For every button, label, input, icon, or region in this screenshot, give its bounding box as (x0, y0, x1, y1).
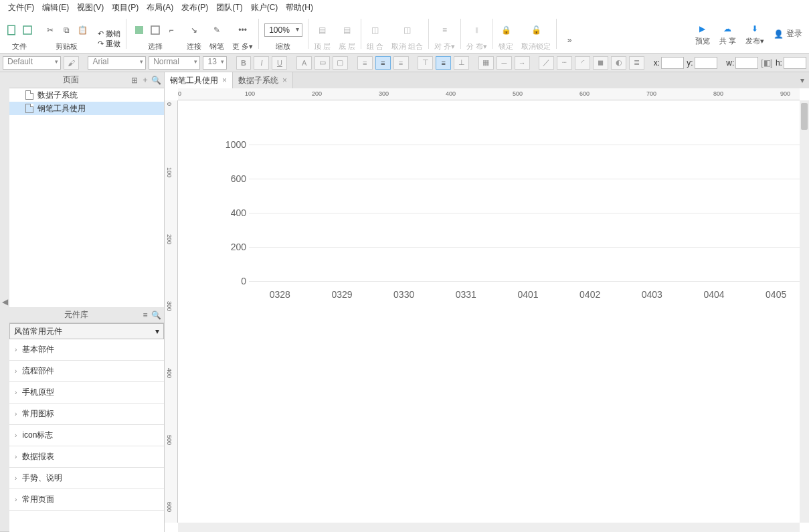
preview-icon[interactable]: ▶ (695, 21, 710, 36)
file-label: 文件 (12, 41, 27, 52)
y-input[interactable] (695, 57, 717, 69)
library-menu-icon[interactable]: ≡ (140, 310, 151, 321)
line-style-button[interactable]: ─ (497, 56, 512, 70)
library-category[interactable]: ›常用图标 (9, 404, 164, 425)
border-color-button[interactable]: ▢ (333, 56, 348, 70)
valign-bottom-button[interactable]: ⊥ (454, 56, 469, 70)
valign-top-button[interactable]: ⊤ (418, 56, 433, 70)
lock-icon[interactable]: 🔒 (499, 23, 513, 37)
font-size-select[interactable]: 13 (203, 56, 226, 70)
new-file-icon[interactable] (4, 23, 19, 37)
page-item[interactable]: 数据子系统 (9, 88, 164, 102)
w-input[interactable] (735, 57, 758, 69)
collapse-left-icon[interactable]: ◀ (0, 72, 9, 532)
distribute-label[interactable]: 分 布▾ (466, 41, 487, 52)
menu-edit[interactable]: 编辑(E) (38, 1, 73, 15)
select-rect-icon[interactable] (132, 23, 147, 37)
horizontal-scrollbar[interactable] (178, 523, 800, 532)
library-category[interactable]: ›手机原型 (9, 382, 164, 404)
save-icon[interactable] (20, 23, 35, 37)
cut-icon[interactable]: ✂ (43, 23, 58, 37)
menu-layout[interactable]: 布局(A) (143, 1, 177, 15)
library-category[interactable]: ›icon标志 (9, 425, 164, 446)
shadow-button[interactable]: ◼ (593, 56, 608, 70)
paste-icon[interactable]: 📋 (75, 23, 90, 37)
menu-file[interactable]: 文件(F) (4, 1, 38, 15)
line-pattern-button[interactable]: ┄ (557, 56, 572, 70)
align-icon[interactable]: ≡ (438, 23, 452, 37)
page-item[interactable]: 钢笔工具使用 (9, 102, 164, 115)
chart[interactable]: 10006004002000 0328032903300331040104020… (218, 145, 800, 305)
unlock-icon[interactable]: 🔓 (529, 23, 543, 37)
library-category[interactable]: ›数据报表 (9, 446, 164, 468)
zoom-select[interactable]: 100% (264, 23, 302, 37)
bring-front-icon[interactable]: ▤ (314, 23, 329, 37)
align-right-button[interactable]: ≡ (393, 56, 409, 70)
style-paint-icon[interactable]: 🖌 (64, 56, 79, 70)
h-input[interactable] (784, 57, 806, 69)
ungroup-icon[interactable]: ◫ (400, 23, 415, 37)
align-label[interactable]: 对 齐▾ (434, 41, 455, 52)
connect-icon[interactable]: ↘ (187, 23, 201, 37)
overflow-icon[interactable]: » (562, 33, 577, 48)
add-page-icon[interactable]: ＋ (140, 75, 151, 86)
tabs-dropdown-icon[interactable]: ▾ (796, 72, 809, 88)
select-contain-icon[interactable] (148, 23, 163, 37)
document-tab[interactable]: 钢笔工具使用× (165, 72, 233, 88)
login-button[interactable]: 👤登录 (774, 28, 802, 39)
library-dropdown[interactable]: 风笛常用元件 (9, 323, 164, 339)
text-color-button[interactable]: A (296, 56, 312, 70)
fill-color-button[interactable]: ▭ (314, 56, 330, 70)
search-library-icon[interactable]: 🔍 (151, 310, 161, 321)
vertical-scrollbar[interactable] (800, 100, 809, 523)
library-category[interactable]: ›流程部件 (9, 361, 164, 382)
menu-team[interactable]: 团队(T) (212, 1, 246, 15)
opacity-button[interactable]: ◐ (611, 56, 626, 70)
valign-middle-button[interactable]: ≡ (436, 56, 451, 70)
copy-icon[interactable]: ⧉ (59, 23, 74, 37)
send-back-icon[interactable]: ▤ (339, 23, 354, 37)
menu-help[interactable]: 帮助(H) (282, 1, 317, 15)
style-select[interactable]: Default (3, 56, 61, 70)
publish-label[interactable]: 发布▾ (745, 36, 764, 46)
canvas[interactable]: 10006004002000 0328032903300331040104020… (178, 100, 800, 523)
arrow-button[interactable]: → (515, 56, 530, 70)
document-tab[interactable]: 数据子系统× (233, 72, 293, 88)
menu-project[interactable]: 项目(P) (108, 1, 143, 15)
x-input[interactable] (661, 57, 684, 69)
line-width-button[interactable]: ／ (539, 56, 554, 70)
share-icon[interactable]: ☁ (720, 21, 735, 36)
menu-publish[interactable]: 发布(P) (177, 1, 212, 15)
publish-icon[interactable]: ⬇ (747, 21, 762, 36)
scrollbar-thumb[interactable] (801, 103, 808, 130)
italic-button[interactable]: I (254, 56, 269, 70)
menu-view[interactable]: 视图(V) (73, 1, 108, 15)
redo-button[interactable]: ↷ 重做 (98, 39, 120, 49)
library-category[interactable]: ›常用页面 (9, 489, 164, 511)
corner-button[interactable]: ◜ (575, 56, 590, 70)
lock-ratio-icon[interactable]: [◧] (761, 58, 773, 68)
add-folder-icon[interactable]: ⊞ (129, 75, 140, 86)
list-button[interactable]: ≣ (629, 56, 644, 70)
more-label[interactable]: 更 多▾ (232, 41, 253, 52)
font-select[interactable]: Arial (88, 56, 146, 70)
close-tab-icon[interactable]: × (222, 76, 227, 85)
borders-button[interactable]: ▦ (478, 56, 494, 70)
align-center-button[interactable]: ≡ (375, 56, 391, 70)
svg-rect-0 (8, 25, 15, 35)
close-tab-icon[interactable]: × (282, 76, 287, 85)
bold-button[interactable]: B (236, 56, 252, 70)
align-left-button[interactable]: ≡ (357, 56, 373, 70)
select-cross-icon[interactable]: ⌐ (164, 23, 179, 37)
distribute-icon[interactable]: ⦀ (470, 23, 484, 37)
library-category[interactable]: ›手势、说明 (9, 468, 164, 489)
search-pages-icon[interactable]: 🔍 (151, 75, 161, 86)
menu-account[interactable]: 账户(C) (247, 1, 282, 15)
group-icon[interactable]: ◫ (367, 23, 382, 37)
font-weight-select[interactable]: Normal (149, 56, 200, 70)
more-icon[interactable]: ••• (236, 23, 250, 37)
library-category[interactable]: ›基本部件 (9, 339, 164, 361)
undo-button[interactable]: ↶ 撤销 (98, 29, 120, 39)
underline-button[interactable]: U (272, 56, 287, 70)
pen-tool-icon[interactable]: ✎ (209, 23, 224, 37)
